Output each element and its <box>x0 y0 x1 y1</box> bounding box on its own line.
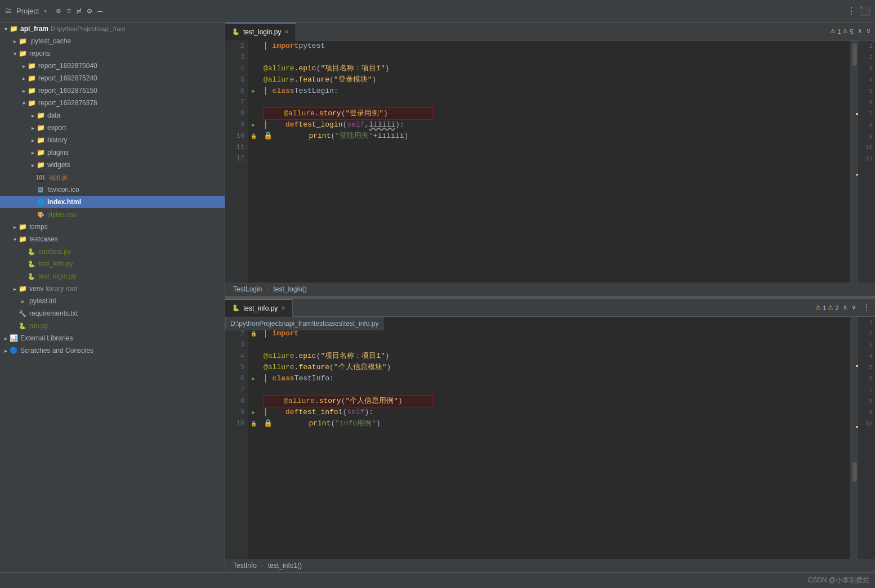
sidebar-item-temps[interactable]: 📁 temps <box>0 221 225 233</box>
sidebar-item-plugins[interactable]: 📁 plugins <box>0 146 225 159</box>
arrow-icon <box>20 88 27 94</box>
folder-icon: 📁 <box>27 98 36 107</box>
arrow-icon <box>29 113 36 119</box>
sidebar-item-data[interactable]: 📁 data <box>0 109 225 122</box>
tab-close-bottom-icon[interactable]: ✕ <box>281 305 285 311</box>
sidebar-item-report2[interactable]: 📁 report_1692875240 <box>0 72 225 84</box>
run-arrow-9[interactable]: ▶ <box>252 122 255 128</box>
code-editor-bottom: 1 2 3 4 5 6 7 8 9 10 🔒 � <box>225 317 875 559</box>
nav-up-bottom-icon[interactable]: ∧ <box>843 303 847 312</box>
scrollbar-top[interactable] <box>850 41 858 282</box>
tab-close-icon[interactable]: ✕ <box>284 29 289 35</box>
sidebar-item-pytest-ini[interactable]: ≡ pytest.ini <box>0 295 225 307</box>
html-file-icon: 🌐 <box>36 198 45 207</box>
sidebar-item-conftest[interactable]: 🐍 conftest.py <box>0 245 225 258</box>
scrollbar-bottom[interactable] <box>850 317 858 559</box>
folder-icon: 📁 <box>18 235 27 244</box>
sidebar-item-index-html[interactable]: 🌐 index.html <box>0 196 225 208</box>
code-content-top[interactable]: │ import pytest @allure.epic("项目名称：项目1")… <box>259 41 850 282</box>
item-label: app.js <box>47 173 67 181</box>
sidebar-item-favicon[interactable]: 🖼 favicon.ico <box>0 183 225 196</box>
run-arrow-b9[interactable]: ▶ <box>252 409 255 416</box>
tab-test-info[interactable]: 🐍 test_info.py ✕ D:\pythonProjects\api_f… <box>225 299 293 317</box>
ico-file-icon: 🖼 <box>36 185 45 194</box>
sidebar-item-app-js[interactable]: 101 app.js <box>0 171 225 183</box>
nav-down-icon[interactable]: ∨ <box>867 27 870 35</box>
breadcrumb-bottom-sep: › <box>261 562 264 569</box>
item-label: widgets <box>47 161 70 169</box>
editor-area: 🐍 test_login.py ✕ ⚠ 1 ⚠ 5 ∧ ∨ <box>225 23 875 572</box>
settings-icon[interactable]: ⚙ <box>87 6 92 16</box>
sort-icon[interactable]: ≓ <box>77 6 81 16</box>
sidebar-item-requirements[interactable]: 🔧 requirements.txt <box>0 307 225 320</box>
more-options-icon[interactable]: ⋮ <box>847 6 856 17</box>
arrow-icon <box>2 348 9 354</box>
sidebar-item-report1[interactable]: 📁 report_1692875040 <box>0 60 225 72</box>
scrollbar-thumb-top[interactable] <box>852 43 857 66</box>
code-line-b8: @allure.story("个人信息用例") <box>264 396 850 407</box>
folder-icon: 📁 <box>36 160 45 169</box>
main-container: 📁 api_fram D:\pythonProjects\api_fram 📁 … <box>0 23 875 572</box>
code-line-10: 🔒 print("登陆用例"+lilili) <box>264 131 850 142</box>
sidebar-item-widgets[interactable]: 📁 widgets <box>0 159 225 171</box>
sidebar-item-run-py[interactable]: 🐍 run.py <box>0 320 225 332</box>
code-editor-top: 2 3 4 5 6 7 8 9 10 11 12 <box>225 41 875 282</box>
sidebar-item-api_fram[interactable]: 📁 api_fram D:\pythonProjects\api_fram <box>0 23 225 35</box>
nav-up-icon[interactable]: ∧ <box>858 27 862 35</box>
breadcrumb-item-2: test_login() <box>273 285 306 293</box>
minimize-icon[interactable]: — <box>97 7 102 16</box>
code-line-2: │ import pytest <box>264 41 850 52</box>
tab-file-icon-bottom: 🐍 <box>232 304 240 312</box>
layout-icon[interactable]: ⬛ <box>859 6 870 17</box>
sidebar-item-venv[interactable]: 📁 venv library root <box>0 282 225 295</box>
nav-down-bottom-icon[interactable]: ∨ <box>852 303 856 312</box>
arrow-icon <box>11 236 18 243</box>
warn-cnt1: 1 <box>823 304 826 311</box>
sidebar-item-scratches[interactable]: 🔵 Scratches and Consoles <box>0 344 225 357</box>
sidebar-item-pytest_cache[interactable]: 📁 .pytest_cache <box>0 35 225 47</box>
sidebar-item-ext-libs[interactable]: 📊 External Libraries <box>0 332 225 344</box>
code-line-b4: @allure.epic("项目名称：项目1") <box>264 351 850 362</box>
toolbar-right: ⋮ ⬛ <box>847 6 870 17</box>
item-label: Scratches and Consoles <box>20 347 93 354</box>
folder-icon: 📁 <box>27 74 36 83</box>
sidebar-item-report3[interactable]: 📁 report_1692876150 <box>0 84 225 97</box>
status-bar-right: CSDN @小李别摆烂 <box>807 576 869 585</box>
code-content-bottom[interactable]: │ import allure │ import @allure.epic("项… <box>259 317 850 559</box>
scrollbar-thumb-bottom[interactable] <box>852 462 857 482</box>
item-label: report_1692875240 <box>38 74 97 82</box>
arrow-icon <box>2 26 9 32</box>
arrow-icon <box>20 75 27 82</box>
arrow-icon <box>29 162 36 168</box>
editor-pane-bottom: 🐍 test_info.py ✕ D:\pythonProjects\api_f… <box>225 299 875 572</box>
folder-icon: 📁 <box>36 111 45 120</box>
sidebar-item-testcases[interactable]: 📁 testcases <box>0 233 225 245</box>
arrow-icon <box>11 38 18 44</box>
more-options-bottom-icon[interactable]: ⋮ <box>863 303 870 312</box>
sidebar-item-export[interactable]: 📁 export <box>0 122 225 134</box>
run-arrow-6[interactable]: ▶ <box>252 88 255 95</box>
sidebar-item-report4[interactable]: 📁 report_1692876378 <box>0 97 225 109</box>
run-arrow-b6[interactable]: ▶ <box>252 375 255 382</box>
sidebar-item-history[interactable]: 📁 history <box>0 134 225 146</box>
tab-test-login[interactable]: 🐍 test_login.py ✕ <box>225 23 296 41</box>
venv-sublabel: library root <box>43 285 77 293</box>
add-icon[interactable]: ⊕ <box>56 6 61 16</box>
item-label: test_login.py <box>38 272 76 280</box>
sidebar-item-test-info[interactable]: 🐍 test_info.py <box>0 258 225 270</box>
py-file-icon: 🐍 <box>27 247 36 256</box>
sidebar-item-reports[interactable]: 📁 reports <box>0 47 225 60</box>
folder-icon: 📁 <box>27 86 36 95</box>
warn-tri-1: ⚠ <box>815 304 821 311</box>
list-icon[interactable]: ≡ <box>66 7 71 16</box>
breadcrumb-top: TestLogin › test_login() <box>225 282 875 296</box>
sidebar-item-styles-css[interactable]: 🎨 styles.css <box>0 208 225 221</box>
item-label: data <box>47 111 60 119</box>
arrow-icon <box>11 224 18 230</box>
sidebar: 📁 api_fram D:\pythonProjects\api_fram 📁 … <box>0 23 225 572</box>
item-label: export <box>47 124 66 132</box>
warn-count1: 1 <box>837 28 841 35</box>
dropdown-arrow-icon[interactable]: ▾ <box>43 8 47 15</box>
toolbar-icons: ⊕ ≡ ≓ ⚙ — <box>56 6 102 16</box>
sidebar-item-test-login[interactable]: 🐍 test_login.py <box>0 270 225 282</box>
